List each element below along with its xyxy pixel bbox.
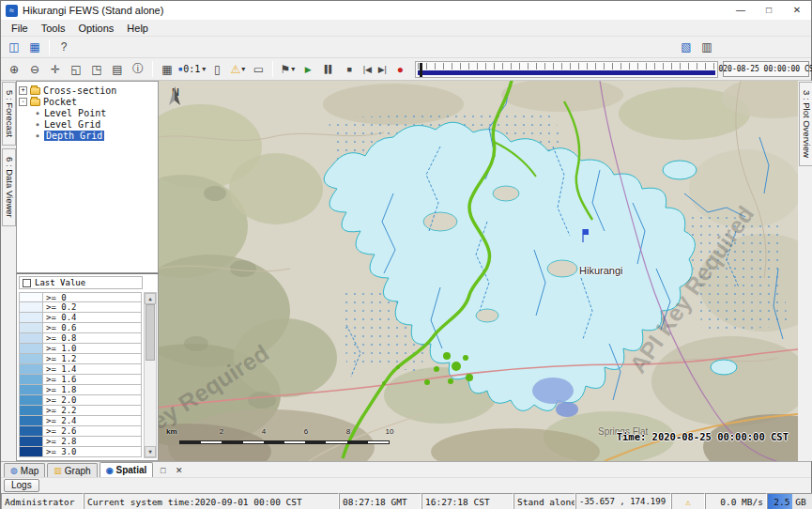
legend-label: >= 1.4 xyxy=(43,364,142,375)
app-icon: ≈ xyxy=(6,5,18,17)
bullet-icon: ● xyxy=(34,121,41,127)
legend-row: >= 1.4 xyxy=(19,364,142,375)
legend-swatch xyxy=(19,292,43,302)
minimize-button[interactable]: — xyxy=(727,1,755,20)
scroll-down-icon[interactable]: ▼ xyxy=(145,446,156,457)
stop-button[interactable]: ■ xyxy=(340,60,359,79)
zoom-out-icon[interactable]: ⊖ xyxy=(25,60,44,79)
zoom-box-icon[interactable]: ◱ xyxy=(67,60,85,79)
legend-scrollbar[interactable]: ▲ ▼ xyxy=(144,292,157,458)
last-value-checkbox[interactable] xyxy=(23,279,31,287)
legend-swatch xyxy=(19,344,43,354)
logs-button[interactable]: Logs xyxy=(4,479,39,492)
tree-item-depth-grid[interactable]: ● Depth Grid xyxy=(19,130,156,141)
tree-item-cross-section[interactable]: + Cross-section xyxy=(19,85,156,96)
legend-swatch xyxy=(19,416,43,426)
tab-spatial[interactable]: ◉ Spatial xyxy=(100,462,154,477)
expander-icon[interactable]: + xyxy=(19,86,27,95)
expander-icon[interactable]: - xyxy=(19,98,27,106)
legend-row: >= 2.2 xyxy=(19,406,142,416)
pause-icon: ▌▌ xyxy=(325,65,333,73)
tab-map-label: Map xyxy=(21,466,38,476)
tree-item-label: Pocket xyxy=(43,97,77,107)
menu-file[interactable]: File xyxy=(5,22,35,35)
tab-forecast[interactable]: 5 : Forecast xyxy=(2,82,16,146)
legend-row: >= 1.2 xyxy=(19,354,142,364)
play-icon: ▶ xyxy=(305,65,312,74)
legend-row: >= 3.0 xyxy=(19,447,142,457)
legend-swatch xyxy=(19,385,43,395)
displays-icon[interactable]: ▦ xyxy=(25,38,44,56)
menu-bar: File Tools Options Help xyxy=(1,20,811,37)
pane-close-icon[interactable]: ✕ xyxy=(173,465,185,477)
zoom-in-icon[interactable]: ⊕ xyxy=(5,60,23,79)
tab-plot-overview[interactable]: 3 : Plot Overview xyxy=(799,82,812,166)
legend-row: >= 1.8 xyxy=(19,385,142,395)
tab-data-viewer[interactable]: 6 : Data Viewer xyxy=(2,148,16,226)
monitor-icon[interactable]: ▭ xyxy=(249,60,268,79)
skip-to-end-button[interactable]: ▶| xyxy=(375,60,389,79)
maximize-button[interactable]: □ xyxy=(755,1,783,20)
chevron-down-icon: ▾ xyxy=(241,65,245,73)
help-icon[interactable]: ? xyxy=(54,38,73,56)
tree-item-label: Level Point xyxy=(44,108,106,118)
skip-to-start-button[interactable]: |◀ xyxy=(360,60,374,79)
grid-icon[interactable]: ▦ xyxy=(158,60,176,79)
time-slider[interactable] xyxy=(415,61,718,78)
time-slider-handle[interactable] xyxy=(420,63,422,77)
menu-help[interactable]: Help xyxy=(120,22,155,35)
toolbar-separator xyxy=(152,61,153,77)
menu-tools[interactable]: Tools xyxy=(35,22,72,35)
tab-map[interactable]: ◍ Map xyxy=(4,463,45,477)
explorer-icon[interactable]: ◫ xyxy=(5,38,23,56)
legend-row: >= 2.8 xyxy=(19,437,142,447)
movie-icon: ⚑ xyxy=(280,63,290,76)
tree-item-label: Depth Grid xyxy=(44,131,104,141)
map-canvas[interactable]: API Key Required API Key Required N Hiku… xyxy=(159,81,798,461)
legend-panel: Last Value >= 0 >= 0.2 >= 0.4 >= 0.6 >= … xyxy=(16,273,159,461)
warning-dropdown[interactable]: ⚠ ▾ xyxy=(228,60,247,79)
spatial-toolbar: ⊕ ⊖ ✛ ◱ ◳ ▤ ⓘ ▦ ■ 0:1 ▾ ▯ ⚠ ▾ ▭ ⚑ ▾ ▶ ▌▌… xyxy=(1,58,811,81)
legend-label: >= 2.4 xyxy=(43,416,142,426)
pause-button[interactable]: ▌▌ xyxy=(319,60,338,79)
document-icon[interactable]: ▯ xyxy=(207,60,226,79)
window-title: Hikurangi FEWS (Stand alone) xyxy=(23,5,163,16)
movie-export-dropdown[interactable]: ⚑ ▾ xyxy=(278,60,297,79)
menu-options[interactable]: Options xyxy=(71,22,120,35)
legend-label: >= 2.6 xyxy=(43,426,142,437)
bullet-icon: ● xyxy=(34,132,41,138)
status-local-time: 16:27:18 CST xyxy=(421,493,513,509)
pan-icon[interactable]: ✛ xyxy=(46,60,65,79)
tree-item-pocket[interactable]: - Pocket xyxy=(19,96,156,107)
record-button[interactable]: ● xyxy=(391,60,409,79)
scrollbar-thumb[interactable] xyxy=(146,304,155,361)
left-tab-strip: 5 : Forecast 6 : Data Viewer xyxy=(1,81,16,461)
interval-selector[interactable]: ■ 0:1 ▾ xyxy=(178,60,206,79)
main-area: 5 : Forecast 6 : Data Viewer + Cross-sec… xyxy=(1,81,811,461)
legend-row: >= 0 xyxy=(19,292,142,302)
record-icon: ● xyxy=(397,63,404,76)
tree-item-level-point[interactable]: ● Level Point xyxy=(19,107,156,118)
chart-icon: ▥ xyxy=(54,466,62,475)
legend-swatch xyxy=(19,323,43,333)
play-button[interactable]: ▶ xyxy=(299,60,317,79)
close-button[interactable]: ✕ xyxy=(783,1,811,20)
legend-row: >= 0.8 xyxy=(19,333,142,344)
zoom-reset-icon[interactable]: ◳ xyxy=(87,60,106,79)
folder-icon xyxy=(30,99,40,106)
plot-display-icon[interactable]: ▥ xyxy=(697,38,716,56)
scroll-up-icon[interactable]: ▲ xyxy=(145,293,156,304)
spatial-display-icon[interactable]: ▧ xyxy=(677,38,696,56)
warning-icon: ⚠ xyxy=(230,63,240,76)
legend-label: >= 1.6 xyxy=(43,375,142,385)
scale-number: 10 xyxy=(386,427,394,436)
bottom-tab-bar: ◍ Map ▥ Graph ◉ Spatial □ ✕ xyxy=(1,461,811,477)
pane-maximize-icon[interactable]: □ xyxy=(157,465,169,477)
legend-label: >= 3.0 xyxy=(43,447,142,457)
tab-graph[interactable]: ▥ Graph xyxy=(47,463,97,477)
status-warning-segment[interactable]: ⚠ xyxy=(671,493,705,509)
layers-icon[interactable]: ▤ xyxy=(108,60,127,79)
scale-unit: km xyxy=(166,427,177,436)
tree-item-level-grid[interactable]: ● Level Grid xyxy=(19,118,156,130)
info-icon[interactable]: ⓘ xyxy=(129,60,147,79)
